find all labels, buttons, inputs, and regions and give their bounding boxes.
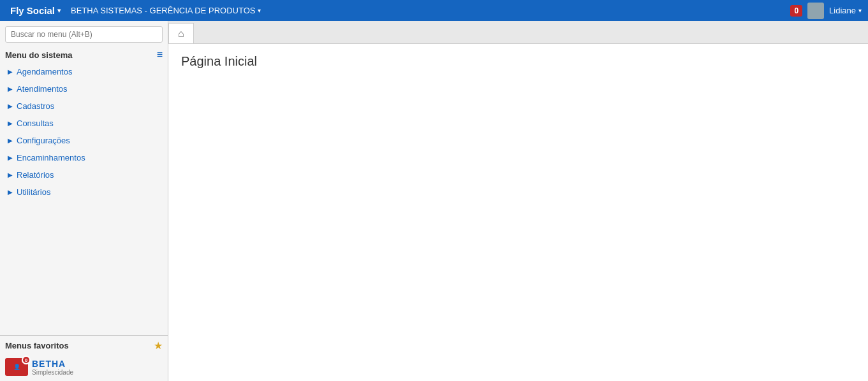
favorites-title: Menus favoritos: [5, 341, 69, 350]
sidebar-item-arrow: ▶: [8, 120, 13, 127]
user-menu[interactable]: Lidiane ▾: [829, 6, 862, 15]
betha-text: BETHA Simplescidade: [32, 359, 73, 376]
sidebar-item-arrow: ▶: [8, 171, 13, 178]
sidebar-item[interactable]: ▶Atendimentos: [0, 80, 168, 97]
navbar-title-label: BETHA SISTEMAS - GERÊNCIA DE PRODUTOS: [71, 6, 255, 15]
sidebar-item[interactable]: ▶Cadastros: [0, 97, 168, 115]
page-title: Página Inicial: [181, 54, 855, 69]
betha-notif-dot: 0: [22, 356, 31, 364]
sidebar-item[interactable]: ▶Utilitários: [0, 183, 168, 201]
betha-logo-icon: 👤 0: [5, 358, 28, 376]
betha-logo[interactable]: 👤 0 BETHA Simplescidade: [5, 356, 163, 378]
sidebar-item-label: Consultas: [17, 119, 54, 128]
home-icon: ⌂: [178, 28, 184, 40]
sidebar-item-arrow: ▶: [8, 103, 13, 110]
sidebar-item-label: Relatórios: [17, 170, 54, 180]
sidebar-menu-icon[interactable]: ≡: [157, 49, 163, 61]
sidebar-item-label: Configurações: [17, 136, 70, 145]
navbar-brand[interactable]: Fly Social ▾: [6, 5, 64, 16]
sidebar-item-label: Utilitários: [17, 187, 50, 197]
sidebar-item-label: Encaminhamentos: [17, 153, 85, 162]
sidebar-item-label: Atendimentos: [17, 84, 68, 94]
sidebar-item-arrow: ▶: [8, 85, 13, 92]
navbar-right: 0 Lidiane ▾: [790, 3, 862, 19]
main-layout: Menu do sistema ≡ ▶Agendamentos▶Atendime…: [0, 21, 868, 381]
betha-icon-person: 👤: [13, 364, 20, 370]
tab-bar: ⌂: [168, 21, 868, 44]
sidebar-item[interactable]: ▶Configurações: [0, 132, 168, 149]
sidebar-menu-header: Menu do sistema ≡: [0, 47, 168, 63]
sidebar-menu-list: ▶Agendamentos▶Atendimentos▶Cadastros▶Con…: [0, 63, 168, 335]
sidebar-item[interactable]: ▶Encaminhamentos: [0, 149, 168, 166]
sidebar: Menu do sistema ≡ ▶Agendamentos▶Atendime…: [0, 21, 168, 381]
sidebar-item[interactable]: ▶Agendamentos: [0, 63, 168, 80]
main-content: ⌂ Página Inicial: [168, 21, 868, 381]
sidebar-item-arrow: ▶: [8, 154, 13, 161]
sidebar-item[interactable]: ▶Consultas: [0, 115, 168, 132]
tab-home[interactable]: ⌂: [168, 23, 194, 43]
sidebar-item-arrow: ▶: [8, 189, 13, 196]
betha-sub: Simplescidade: [32, 369, 73, 376]
notification-badge[interactable]: 0: [790, 5, 802, 17]
user-name-label: Lidiane: [829, 6, 856, 15]
page-area: Página Inicial: [168, 44, 868, 381]
sidebar-search-container: [0, 21, 168, 47]
star-icon: ★: [154, 340, 163, 352]
sidebar-menu-title: Menu do sistema: [5, 50, 72, 60]
brand-label: Fly Social: [10, 5, 55, 16]
search-input[interactable]: [5, 26, 163, 43]
favorites-header: Menus favoritos ★: [5, 340, 163, 352]
sidebar-item-label: Cadastros: [17, 101, 54, 111]
brand-caret: ▾: [57, 7, 61, 14]
navbar-title-caret: ▾: [258, 7, 261, 14]
sidebar-item[interactable]: ▶Relatórios: [0, 166, 168, 183]
sidebar-item-label: Agendamentos: [17, 67, 72, 76]
betha-name: BETHA: [32, 359, 73, 369]
navbar-title[interactable]: BETHA SISTEMAS - GERÊNCIA DE PRODUTOS ▾: [64, 6, 267, 15]
user-avatar: [807, 3, 824, 19]
sidebar-item-arrow: ▶: [8, 68, 13, 75]
sidebar-favorites: Menus favoritos ★ 👤 0 BETHA Simplescidad…: [0, 335, 168, 381]
user-caret: ▾: [858, 7, 862, 14]
sidebar-item-arrow: ▶: [8, 137, 13, 144]
top-navbar: Fly Social ▾ BETHA SISTEMAS - GERÊNCIA D…: [0, 0, 868, 21]
